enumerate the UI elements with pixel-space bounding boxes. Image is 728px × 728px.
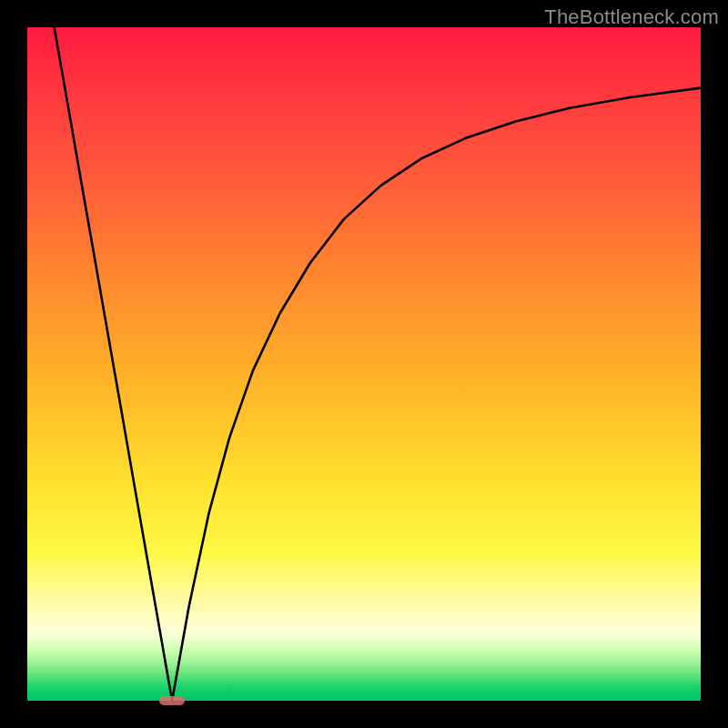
- curve-path: [55, 27, 701, 701]
- watermark-text: TheBottleneck.com: [544, 5, 719, 29]
- chart-frame: TheBottleneck.com: [0, 0, 728, 728]
- plot-area: [27, 27, 701, 701]
- bottleneck-marker: [159, 696, 185, 705]
- curve-layer: [27, 27, 701, 701]
